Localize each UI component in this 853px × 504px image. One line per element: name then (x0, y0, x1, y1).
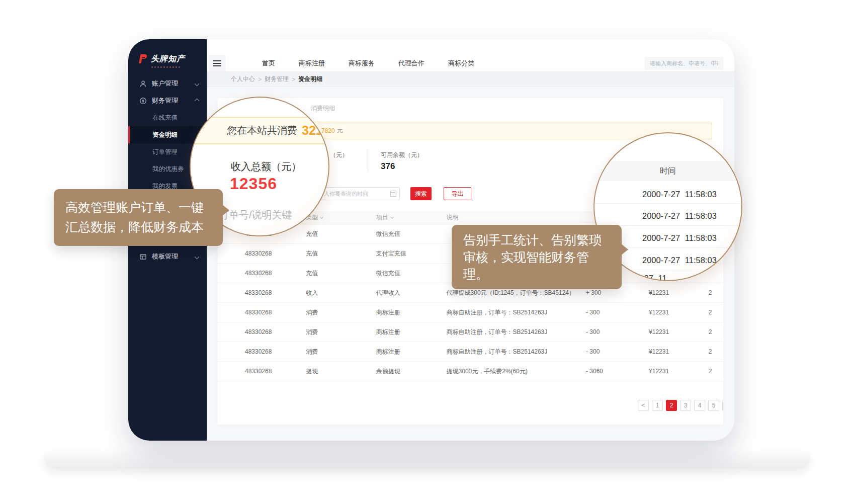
cell-order: 48330268 (245, 250, 306, 257)
sidebar-item-account[interactable]: 账户管理 (128, 75, 207, 92)
banner-amount: 7820 (321, 127, 335, 134)
sidebar-item-recharge[interactable]: 在线充值 (128, 109, 207, 126)
cell-amount: - 300 (586, 348, 649, 355)
page-button-5[interactable]: 5 (708, 400, 719, 411)
cell-desc: 代理提成300元（ID:1245，订单号：SB45124） (447, 289, 586, 297)
cell-desc: 提现3000元，手续费2%(60元) (447, 367, 586, 376)
cell-amount: - 300 (586, 309, 649, 316)
breadcrumb-personal-center[interactable]: 个人中心 (231, 75, 255, 83)
cell-time: 2 (709, 368, 723, 375)
next-page-button-clipped[interactable] (722, 400, 723, 411)
cell-project: 微信充值 (376, 269, 447, 278)
page-button-1[interactable]: 1 (652, 400, 663, 411)
top-navbar: 首页 商标注册 商标服务 代理合作 商标分类 (207, 39, 734, 72)
breadcrumb-finance[interactable]: 财务管理 (265, 75, 289, 83)
sort-caret-icon (390, 215, 394, 219)
cell-project: 商标注册 (376, 348, 447, 356)
cell-desc: 商标自助注册，订单号：SB2514263J (447, 328, 586, 337)
nav-item-trademark-register[interactable]: 商标注册 (299, 59, 325, 68)
stats-divider (368, 148, 368, 172)
cell-type: 消费 (306, 328, 376, 337)
sort-caret-icon (320, 215, 323, 219)
cell-project: 支付宝充值 (376, 249, 447, 258)
magnified-banner-text: 您在本站共消费 (227, 124, 297, 137)
cell-project: 余额提现 (376, 367, 447, 376)
chevron-up-icon (195, 98, 200, 103)
menu-toggle-button[interactable] (209, 55, 226, 71)
cell-project: 代理收入 (376, 289, 447, 297)
header-desc: 说明 (447, 213, 586, 222)
cell-project: 微信充值 (376, 230, 447, 238)
callout-text-line: 审核，实现智能财务管 (463, 248, 622, 266)
mid-stat-unit-label: （元） (330, 151, 348, 159)
cell-type: 收入 (306, 289, 376, 297)
page-button-2-active[interactable]: 2 (666, 400, 677, 411)
template-icon (139, 253, 147, 261)
page-button-4[interactable]: 4 (694, 400, 705, 411)
cell-balance: ¥12231 (649, 348, 698, 355)
top-nav-links: 首页 商标注册 商标服务 代理合作 商标分类 (262, 59, 474, 68)
user-icon (139, 80, 147, 88)
magnified-table-header: 订单号/说明关键 (219, 208, 292, 222)
available-balance-value: 376 (381, 161, 395, 172)
breadcrumb-separator: > (292, 76, 295, 83)
cell-amount: + 300 (586, 289, 649, 296)
brand-logo[interactable]: 头牌知产 (128, 39, 207, 64)
callout-right: 告别手工统计、告别繁琐 审核，实现智能财务管 理。 (452, 225, 622, 289)
cell-time: 2 (709, 289, 723, 296)
callout-text-line: 高效管理账户订单、一键 (65, 198, 223, 217)
table-row: 48330268 消费 商标注册 商标自助注册，订单号：SB2514263J -… (218, 303, 723, 322)
magnified-time-value: 2000-7-27 11:58:03 (642, 233, 717, 243)
table-row: 48330268 消费 商标注册 商标自助注册，订单号：SB2514263J -… (218, 322, 723, 342)
nav-item-trademark-category[interactable]: 商标分类 (448, 59, 474, 68)
nav-item-trademark-service[interactable]: 商标服务 (349, 59, 375, 68)
cell-type: 充值 (306, 230, 376, 238)
page-button-3[interactable]: 3 (680, 400, 691, 411)
cell-type: 消费 (306, 348, 376, 356)
cell-balance: ¥12231 (649, 289, 698, 296)
tab-consume-detail[interactable]: 消费明细 (311, 104, 335, 113)
header-type[interactable]: 类型 (306, 213, 376, 222)
cell-time: 2 (709, 328, 723, 335)
cell-project: 商标注册 (376, 328, 447, 337)
sidebar-item-label: 财务管理 (152, 96, 178, 105)
brand-logo-icon (137, 53, 148, 64)
nav-item-home[interactable]: 首页 (262, 59, 275, 68)
calendar-icon[interactable] (390, 191, 396, 197)
chevron-down-icon (195, 254, 200, 259)
sidebar-subitem-label: 订单管理 (152, 148, 178, 156)
cell-type: 消费 (306, 308, 376, 317)
cell-time: 2 (709, 348, 723, 355)
table-row: 48330268 提现 余额提现 提现3000元，手续费2%(60元) - 30… (218, 362, 723, 381)
header-project[interactable]: 项目 (376, 213, 447, 222)
marketing-stage: 头牌知产 账户管理 财务管理 在线充值 资金明细 (0, 0, 853, 504)
export-button[interactable]: 导出 (444, 187, 471, 200)
pagination: < 1 2 3 4 5 (638, 400, 723, 411)
row-divider (594, 203, 741, 204)
cell-order: 48330268 (245, 328, 306, 335)
breadcrumb: 个人中心 > 财务管理 > 资金明细 (207, 72, 734, 87)
callout-text-line: 告别手工统计、告别繁琐 (463, 231, 622, 248)
sidebar-item-finance[interactable]: 财务管理 (128, 92, 207, 109)
magnified-consumption-banner: 您在本站共消费 32124 (190, 117, 329, 144)
sidebar-item-label: 账户管理 (152, 79, 178, 88)
magnified-time-header: 时间 (593, 161, 742, 181)
search-button[interactable]: 搜索 (410, 187, 432, 200)
cell-amount: - 3060 (586, 368, 649, 375)
callout-text-line: 汇总数据，降低财务成本 (65, 217, 223, 237)
nav-item-agency[interactable]: 代理合作 (398, 59, 424, 68)
sidebar-subitem-label: 我的优惠券 (152, 165, 184, 174)
trademark-search-input[interactable] (645, 57, 723, 70)
cell-type: 充值 (306, 249, 376, 258)
prev-page-button[interactable]: < (638, 400, 649, 411)
sidebar-item-template[interactable]: 模板管理 (128, 248, 207, 265)
magnified-time-value: 2000-7-27 11:58:03 (642, 211, 717, 221)
sidebar-subitem-label: 在线充值 (152, 114, 178, 122)
magnified-income-value: 12356 (230, 175, 277, 193)
cell-order: 48330268 (245, 309, 306, 316)
sidebar-item-label: 模板管理 (152, 252, 178, 261)
cell-balance: ¥12231 (649, 328, 698, 335)
sidebar-subitem-label: 资金明细 (152, 131, 178, 139)
laptop-base (44, 452, 810, 469)
cell-order: 48330268 (245, 289, 306, 296)
